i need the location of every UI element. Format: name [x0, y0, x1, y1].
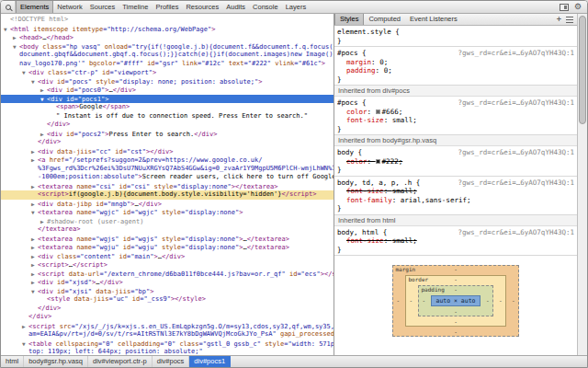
scrollbar-thumb[interactable]	[579, 16, 586, 124]
css-property[interactable]: font-size: small;	[337, 236, 574, 246]
dom-tree-line[interactable]: top: 119px; left: 644px; position: absol…	[1, 348, 334, 355]
tab-resources[interactable]: Resources	[182, 1, 222, 13]
dom-tree-line[interactable]: ▶<div data-jiis="cc" id="cst"></div>	[1, 147, 334, 156]
dom-tree-line[interactable]: ▼<html itemscope itemtype="http://schema…	[1, 25, 334, 34]
dom-tree-line[interactable]: ▼<div id="pocs" style="display: none; po…	[1, 77, 334, 86]
dom-tree-line[interactable]: ▶<textarea name="csi" id="csi" style="di…	[1, 182, 334, 191]
styles-tab-event-listeners[interactable]: Event Listeners	[405, 14, 462, 25]
dom-tree-line[interactable]: <style data-jiis="uc" id="_css9"></style…	[1, 295, 334, 305]
styles-tab-computed[interactable]: Computed	[364, 14, 405, 25]
dom-tree-line[interactable]: ▶<div class="content" id="main">…</div>	[1, 252, 334, 261]
stylesheet-link[interactable]: ?gws_rd=cr&ei=…6yAO7qYH43Q:1	[458, 49, 574, 58]
dom-tree-line[interactable]: ▶<head>…</head>	[1, 33, 334, 42]
dom-tree-line[interactable]: ▼<body class="hp vasq" onload="try{if(!g…	[1, 42, 334, 52]
stylesheet-link[interactable]: ?gws_rd=cr&ei=…6yAO7qYH43Q:1	[458, 228, 574, 237]
disclosure-arrow-icon[interactable]: ▶	[40, 86, 47, 95]
dom-tree-line[interactable]: </div>	[1, 138, 334, 147]
property-name[interactable]: font-family	[346, 196, 392, 204]
dom-tree-line[interactable]: -1000em;position:absolute">Screen reader…	[1, 173, 334, 182]
property-name[interactable]: font-size	[346, 236, 384, 245]
dom-tree-line[interactable]: ▶<script data-url="/extern_chrome/d6ba01…	[1, 270, 334, 279]
tab-profiles[interactable]: Profiles	[152, 1, 182, 13]
new-style-rule-button plus-icon[interactable]: +	[557, 15, 561, 24]
crumb-div-pocs1[interactable]: div#pocs1	[189, 356, 231, 367]
dom-tree-line[interactable]: ▶<textarea name="wgjs" id="wgjs" style="…	[1, 235, 334, 244]
disclosure-arrow-icon[interactable]: ▼	[22, 68, 28, 77]
selector-text[interactable]: #pocs	[337, 98, 358, 107]
styles-scrollbar[interactable]	[577, 14, 587, 355]
css-property[interactable]: color: #222;	[337, 157, 574, 167]
disclosure-arrow-icon[interactable]: ▼	[31, 77, 38, 86]
dom-tree-line[interactable]: <span>Google</span>	[1, 103, 334, 112]
property-name[interactable]: color	[346, 108, 368, 116]
dom-tree-line[interactable]: ▶<div id="pocs0">…</div>	[1, 86, 334, 95]
disclosure-arrow-icon[interactable]: ▼	[22, 339, 28, 349]
dom-tree-line[interactable]: %3Fgws_rd%3Dcr%26ei%3DsU7NUuXRGYsQ7AbS4G…	[1, 165, 334, 174]
property-value[interactable]: small	[392, 187, 413, 195]
disclosure-arrow-icon[interactable]: ▶	[31, 243, 38, 252]
disclosure-arrow-icon[interactable]: ▼	[31, 287, 38, 296]
dom-tree-line[interactable]: ▶<script src="/xjs/_/js/k=xjs.s.en_US.Em…	[1, 322, 334, 331]
property-value[interactable]: small	[392, 116, 413, 124]
property-name[interactable]: padding	[346, 66, 376, 75]
dom-tree-line[interactable]: ▶<div data-jibp id="mngb">…</div>	[1, 200, 334, 209]
disclosure-arrow-icon[interactable]: ▶	[40, 130, 47, 139]
disclosure-arrow-icon[interactable]: ▶	[31, 155, 38, 165]
property-value[interactable]: small	[392, 236, 413, 245]
selector-text[interactable]: body, td, a, p, .h	[337, 178, 412, 187]
crumb-html[interactable]: html	[1, 356, 24, 367]
disclosure-arrow-icon[interactable]: ▶	[40, 217, 47, 226]
property-value[interactable]: arial,sans-serif	[401, 196, 467, 204]
css-property[interactable]: font-family: arial,sans-serif;	[337, 196, 574, 205]
dom-tree-line[interactable]: </textarea>	[1, 225, 334, 235]
css-property[interactable]: color: #666;	[337, 108, 574, 117]
selector-text[interactable]: body	[337, 148, 354, 156]
dom-tree-line[interactable]: nav_logo170.png'" bgcolor="#fff" id="gsr…	[1, 60, 334, 69]
crumb-div-viewport-ctr-p[interactable]: div#viewport.ctr-p	[88, 356, 153, 367]
dom-tree-line[interactable]: " Instant is off due to connection speed…	[1, 112, 334, 121]
dom-tree-line[interactable]: </div>	[1, 313, 334, 322]
dom-tree-line[interactable]: am=EAIA&pv/rt=j/d=0/sv/t/rs=AItRSTNl3E7k…	[1, 330, 334, 339]
css-property[interactable]: padding: 0;	[337, 66, 574, 75]
dom-tree-line[interactable]: ▼<table cellspacing="0" cellpadding="0" …	[1, 339, 334, 349]
property-value[interactable]: #666	[382, 108, 399, 116]
css-property[interactable]: margin: 0;	[337, 58, 574, 67]
crumb-div-pocs[interactable]: div#pocs	[153, 356, 190, 367]
dom-tree-line[interactable]: <!DOCTYPE html>	[1, 16, 334, 25]
disclosure-arrow-icon[interactable]: ▼	[31, 208, 38, 217]
dom-tree-line[interactable]: ▼<textarea name="wgjc" id="wgjc" style="…	[1, 208, 334, 217]
dom-tree-line[interactable]: <script>if(google.j.b){document.body.sty…	[1, 190, 334, 200]
tab-audits[interactable]: Audits	[222, 1, 249, 13]
styles-tab-styles[interactable]: Styles	[334, 14, 364, 25]
disclosure-arrow-icon[interactable]: ▼	[40, 95, 47, 104]
crumb-body-gsr-hp-vasq[interactable]: body#gsr.hp.vasq	[24, 356, 88, 367]
property-value[interactable]: #222	[382, 157, 399, 166]
inspect-element-button[interactable]	[1, 1, 16, 13]
disclosure-arrow-icon[interactable]: ▶	[31, 278, 38, 287]
disclosure-arrow-icon[interactable]: ▶	[31, 235, 38, 244]
dom-tree-line[interactable]: ▶#shadow-root (user-agent)	[1, 217, 334, 226]
tab-console[interactable]: Console	[249, 1, 282, 13]
dom-tree-line[interactable]: ▶<div id="pocs2">Press Enter to search.<…	[1, 130, 334, 139]
property-name[interactable]: font-size	[346, 116, 384, 124]
disclosure-arrow-icon[interactable]: ▶	[31, 252, 38, 261]
disclosure-arrow-icon[interactable]: ▶	[22, 322, 28, 331]
dom-tree-line[interactable]: ▶<div id="xjsd">…</div>	[1, 278, 334, 287]
gear-icon[interactable]: ⚙	[574, 1, 582, 13]
dom-tree-line[interactable]: ▶<a href="/setprefs?suggon=2&prev=https:…	[1, 155, 334, 165]
dom-tree-line[interactable]: </div>	[1, 305, 334, 314]
disclosure-arrow-icon[interactable]: ▼	[4, 25, 10, 34]
css-property[interactable]: font-size: small;	[337, 187, 574, 196]
disclosure-arrow-icon[interactable]: ▶	[31, 270, 38, 279]
stylesheet-link[interactable]: ?gws_rd=cr&ei=…6yAO7qYH43Q:1	[458, 148, 574, 157]
tab-elements[interactable]: Elements	[16, 1, 53, 13]
dom-tree-line[interactable]: document.gbqf&&document.gbqf.q.focus();}…	[1, 51, 334, 60]
dom-tree-line[interactable]: ▼<div id="xjsi" data-jiis="bp">	[1, 287, 334, 296]
property-name[interactable]: font-size	[346, 187, 384, 195]
tab-sources[interactable]: Sources	[86, 1, 119, 13]
css-property[interactable]: font-size: small;	[337, 116, 574, 125]
dock-icon[interactable]	[560, 4, 569, 11]
selector-text[interactable]: element.style	[337, 28, 391, 36]
property-name[interactable]: margin	[346, 58, 371, 66]
tab-network[interactable]: Network	[53, 1, 86, 13]
